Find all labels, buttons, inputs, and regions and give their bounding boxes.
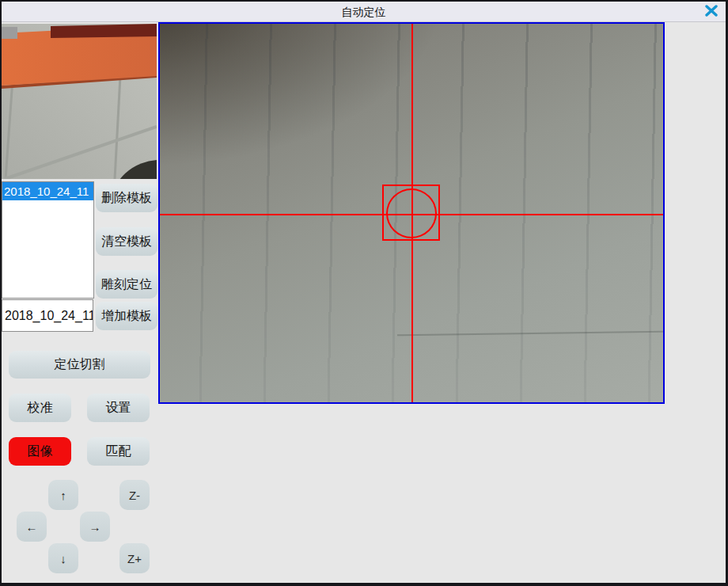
position-cut-button[interactable]: 定位切割 — [9, 351, 150, 379]
template-thumbnail-preview — [2, 24, 157, 179]
image-button-active[interactable]: 图像 — [9, 437, 71, 466]
engrave-position-button[interactable]: 雕刻定位 — [96, 270, 157, 299]
dialog-title: 自动定位 — [2, 6, 726, 20]
match-region-circle — [386, 188, 437, 238]
close-button[interactable] — [702, 3, 721, 21]
jog-down-button[interactable]: ↓ — [48, 543, 78, 573]
arrow-right-icon: → — [89, 520, 101, 534]
template-list-item[interactable]: 2018_10_24_11 — [2, 182, 93, 200]
jog-left-button[interactable]: ← — [17, 512, 47, 542]
template-list[interactable]: 2018_10_24_11 — [2, 181, 94, 299]
clear-templates-button[interactable]: 清空模板 — [96, 227, 157, 256]
jog-z-minus-button[interactable]: Z- — [119, 480, 150, 510]
jog-up-button[interactable]: ↑ — [48, 480, 78, 510]
auto-position-dialog: 自动定位 — [0, 0, 728, 586]
add-template-button[interactable]: 增加模板 — [96, 302, 157, 330]
delete-template-button[interactable]: 删除模板 — [96, 184, 157, 212]
jog-right-button[interactable]: → — [80, 512, 110, 542]
settings-button[interactable]: 设置 — [87, 394, 150, 422]
arrow-up-icon: ↑ — [60, 489, 66, 502]
camera-live-view — [158, 22, 665, 404]
arrow-down-icon: ↓ — [60, 552, 66, 565]
jog-z-plus-button[interactable]: Z+ — [119, 543, 150, 573]
titlebar: 自动定位 — [2, 2, 726, 22]
close-icon — [705, 5, 718, 19]
calibrate-button[interactable]: 校准 — [9, 394, 71, 422]
match-button[interactable]: 匹配 — [87, 437, 150, 466]
arrow-left-icon: ← — [26, 520, 38, 534]
template-name-input[interactable] — [2, 299, 93, 332]
